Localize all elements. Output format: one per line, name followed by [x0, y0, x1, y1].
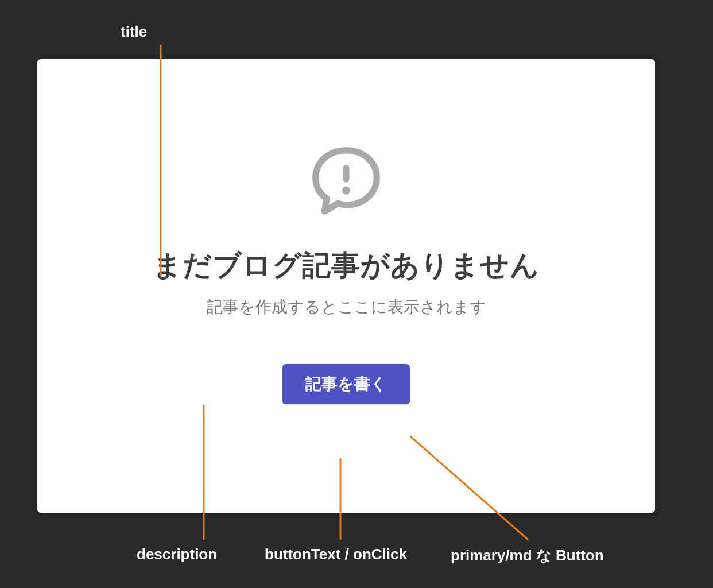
annotation-buttontext-label: buttonText / onClick [265, 546, 407, 563]
empty-state-description: 記事を作成するとここに表示されます [207, 296, 486, 318]
svg-point-1 [342, 187, 350, 195]
empty-state-card: まだブログ記事がありません 記事を作成するとここに表示されます 記事を書く [37, 59, 655, 513]
write-article-button[interactable]: 記事を書く [282, 364, 410, 404]
annotation-primary-label: primary/md な Button [451, 546, 604, 566]
annotation-title-label: title [121, 23, 147, 41]
empty-state-title: まだブログ記事がありません [153, 246, 540, 285]
svg-rect-0 [343, 165, 349, 183]
speech-bubble-exclamation-icon [306, 141, 386, 223]
annotation-description-label: description [137, 546, 217, 563]
